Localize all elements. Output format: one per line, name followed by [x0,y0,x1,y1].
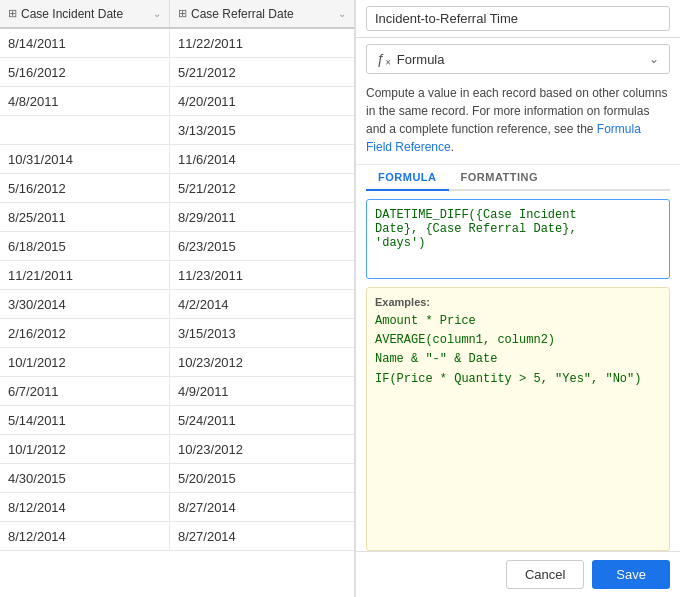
table-row: 3/30/20144/2/2014 [0,290,354,319]
table-row: 5/16/20125/21/2012 [0,58,354,87]
table-row: 5/16/20125/21/2012 [0,174,354,203]
table-body: 8/14/201111/22/20115/16/20125/21/20124/8… [0,29,354,597]
incident-date-cell: 6/7/2011 [0,377,170,405]
incident-date-cell: 10/1/2012 [0,348,170,376]
incident-date-cell: 5/16/2012 [0,58,170,86]
referral-date-cell: 3/15/2013 [170,319,354,347]
incident-date-cell: 8/12/2014 [0,493,170,521]
referral-date-cell: 6/23/2015 [170,232,354,260]
panel-description: Compute a value in each record based on … [356,80,680,165]
table-row: 5/14/20115/24/2011 [0,406,354,435]
col1-label: Case Incident Date [21,7,123,21]
table-row: 8/12/20148/27/2014 [0,522,354,551]
referral-date-cell: 4/2/2014 [170,290,354,318]
referral-date-cell: 3/13/2015 [170,116,354,144]
tabs-row: FORMULA FORMATTING [366,165,670,191]
table-row: 10/1/201210/23/2012 [0,348,354,377]
incident-date-cell: 2/16/2012 [0,319,170,347]
table-row: 2/16/20123/15/2013 [0,319,354,348]
referral-date-cell: 5/20/2015 [170,464,354,492]
table-row: 10/1/201210/23/2012 [0,435,354,464]
formula-type-label: Formula [397,52,643,67]
examples-box: Examples: Amount * PriceAVERAGE(column1,… [366,287,670,551]
incident-date-cell: 10/31/2014 [0,145,170,173]
col1-icon: ⊞ [8,7,17,20]
table-row: 4/8/20114/20/2011 [0,87,354,116]
incident-date-cell: 8/12/2014 [0,522,170,550]
referral-date-cell: 8/27/2014 [170,493,354,521]
field-name-input[interactable] [366,6,670,31]
col1-sort-icon: ⌄ [153,8,161,19]
col2-label: Case Referral Date [191,7,294,21]
incident-date-cell: 8/25/2011 [0,203,170,231]
table-row: 8/14/201111/22/2011 [0,29,354,58]
example-line: AVERAGE(column1, column2) [375,331,661,350]
referral-date-cell: 10/23/2012 [170,435,354,463]
referral-date-cell: 5/24/2011 [170,406,354,434]
table-row: 10/31/201411/6/2014 [0,145,354,174]
example-line: IF(Price * Quantity > 5, "Yes", "No") [375,370,661,389]
examples-container: Amount * PriceAVERAGE(column1, column2)N… [375,312,661,389]
table-row: 6/7/20114/9/2011 [0,377,354,406]
formula-icon: ƒₓ [377,51,391,67]
cancel-button[interactable]: Cancel [506,560,584,589]
table-row: 8/12/20148/27/2014 [0,493,354,522]
col-header-referral[interactable]: ⊞ Case Referral Date ⌄ [170,0,354,27]
tab-formula[interactable]: FORMULA [366,165,449,191]
incident-date-cell [0,116,170,144]
tab-formatting[interactable]: FORMATTING [449,165,551,191]
table-row: 8/25/20118/29/2011 [0,203,354,232]
table-row: 11/21/201111/23/2011 [0,261,354,290]
table-row: 3/13/2015 [0,116,354,145]
col-header-incident[interactable]: ⊞ Case Incident Date ⌄ [0,0,170,27]
incident-date-cell: 5/16/2012 [0,174,170,202]
table-section: ⊞ Case Incident Date ⌄ ⊞ Case Referral D… [0,0,355,597]
referral-date-cell: 5/21/2012 [170,174,354,202]
incident-date-cell: 3/30/2014 [0,290,170,318]
main-container: ⊞ Case Incident Date ⌄ ⊞ Case Referral D… [0,0,680,597]
col2-sort-icon: ⌄ [338,8,346,19]
incident-date-cell: 8/14/2011 [0,29,170,57]
example-line: Amount * Price [375,312,661,331]
referral-date-cell: 8/29/2011 [170,203,354,231]
chevron-down-icon: ⌄ [649,52,659,66]
example-line: Name & "-" & Date [375,350,661,369]
incident-date-cell: 5/14/2011 [0,406,170,434]
panel-title-row [356,0,680,38]
incident-date-cell: 11/21/2011 [0,261,170,289]
examples-label: Examples: [375,296,661,308]
incident-date-cell: 4/30/2015 [0,464,170,492]
referral-date-cell: 10/23/2012 [170,348,354,376]
formula-type-dropdown[interactable]: ƒₓ Formula ⌄ [366,44,670,74]
incident-date-cell: 10/1/2012 [0,435,170,463]
referral-date-cell: 11/6/2014 [170,145,354,173]
referral-date-cell: 8/27/2014 [170,522,354,550]
table-row: 6/18/20156/23/2015 [0,232,354,261]
referral-date-cell: 5/21/2012 [170,58,354,86]
table-header: ⊞ Case Incident Date ⌄ ⊞ Case Referral D… [0,0,354,29]
referral-date-cell: 4/20/2011 [170,87,354,115]
referral-date-cell: 11/23/2011 [170,261,354,289]
referral-date-cell: 4/9/2011 [170,377,354,405]
table-row: 4/30/20155/20/2015 [0,464,354,493]
incident-date-cell: 6/18/2015 [0,232,170,260]
panel-buttons: Cancel Save [356,551,680,597]
col2-icon: ⊞ [178,7,187,20]
formula-editor[interactable] [366,199,670,279]
save-button[interactable]: Save [592,560,670,589]
incident-date-cell: 4/8/2011 [0,87,170,115]
panel-section: ƒₓ Formula ⌄ Compute a value in each rec… [355,0,680,597]
referral-date-cell: 11/22/2011 [170,29,354,57]
